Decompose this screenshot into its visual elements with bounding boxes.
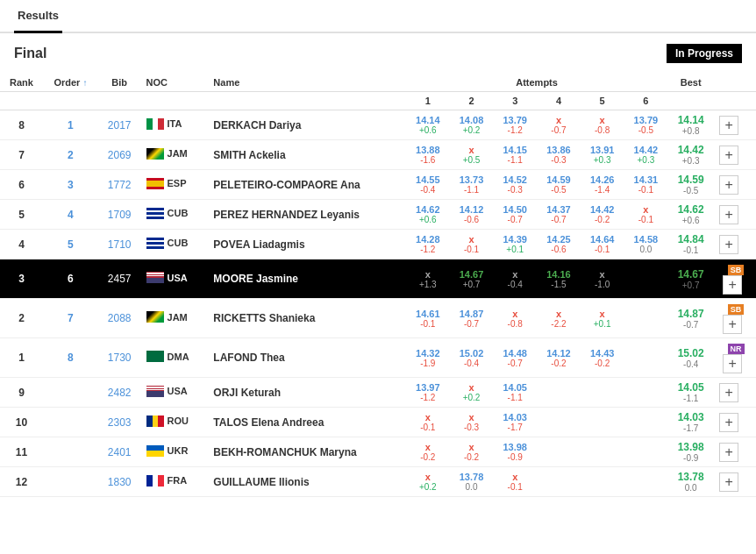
rank-cell: 10 xyxy=(0,408,43,437)
bib-cell: 2401 xyxy=(98,437,141,467)
athlete-name-cell: GUILLAUME Ilionis xyxy=(208,467,406,497)
noc-label: ESP xyxy=(168,178,187,188)
rank-cell: 1 xyxy=(0,338,43,378)
best-cell: 13.98-0.9 xyxy=(667,437,714,467)
order-cell: 8 xyxy=(43,338,98,378)
tab-results[interactable]: Results xyxy=(14,0,62,33)
athlete-name-cell: DERKACH Dariya xyxy=(208,110,406,140)
action-cell: + xyxy=(714,378,756,408)
add-button[interactable]: + xyxy=(723,275,742,295)
best-cell: 14.84-0.1 xyxy=(667,230,714,259)
attempt-3-header: 3 xyxy=(493,92,537,110)
rank-cell: 2 xyxy=(0,299,43,338)
noc-cell: USA xyxy=(141,259,209,299)
best-cell: 14.14+0.8 xyxy=(667,110,714,140)
tabs-container: Results xyxy=(0,0,756,33)
noc-label: JAM xyxy=(168,312,188,323)
add-button[interactable]: + xyxy=(719,175,738,195)
attempt-4-header: 4 xyxy=(537,92,581,110)
athlete-name-cell: LAFOND Thea xyxy=(208,338,406,378)
flag-jam xyxy=(146,311,164,323)
flag-usa xyxy=(146,386,164,397)
bib-cell: 1709 xyxy=(98,200,141,230)
attempt-5-header: 5 xyxy=(581,92,624,110)
add-button[interactable]: + xyxy=(719,472,738,492)
flag-usa xyxy=(146,272,164,283)
rank-cell: 6 xyxy=(0,170,43,200)
bib-cell: 2069 xyxy=(98,140,141,170)
table-row: 631772ESPPELETEIRO-COMPAORE Ana14.55-0.4… xyxy=(0,170,756,200)
add-button[interactable]: + xyxy=(719,235,738,254)
table-row: 102303ROUTALOS Elena Andreeax-0.1x-0.314… xyxy=(0,408,756,437)
noc-cell: FRA xyxy=(141,467,209,497)
table-row: 121830FRAGUILLAUME Ilionisx+0.213.780.0x… xyxy=(0,467,756,497)
rank-cell: 5 xyxy=(0,200,43,230)
attempt-1-header: 1 xyxy=(406,92,450,110)
sb-badge: SB xyxy=(728,304,745,315)
noc-cell: CUB xyxy=(141,200,209,230)
athlete-name-cell: RICKETTS Shanieka xyxy=(208,299,406,338)
rank-cell: 4 xyxy=(0,230,43,259)
attempts-header: Attempts xyxy=(406,74,667,92)
bib-header: Bib xyxy=(98,74,141,92)
flag-esp xyxy=(146,178,164,189)
column-headers: Rank Order ↑ Bib NOC Name Attempts Best xyxy=(0,74,756,92)
sb-badge: SB xyxy=(728,265,745,275)
action-cell: + xyxy=(714,467,756,497)
page-title: Final xyxy=(14,46,46,61)
table-row: 112401UKRBEKH-ROMANCHUK Marynax-0.2x-0.2… xyxy=(0,437,756,467)
add-button[interactable]: + xyxy=(719,205,738,224)
noc-cell: USA xyxy=(141,378,209,408)
order-cell: 6 xyxy=(43,259,98,299)
noc-cell: ITA xyxy=(141,110,209,140)
best-cell: 15.02-0.4 xyxy=(667,338,714,378)
best-cell: 14.03-1.7 xyxy=(667,408,714,437)
bib-cell: 1772 xyxy=(98,170,141,200)
order-cell xyxy=(43,408,98,437)
action-cell: + xyxy=(714,230,756,259)
add-button[interactable]: + xyxy=(719,383,738,402)
action-cell: SB+ xyxy=(714,259,756,299)
attempt-6-header: 6 xyxy=(624,92,668,110)
rank-cell: 11 xyxy=(0,437,43,467)
rank-header: Rank xyxy=(0,74,43,92)
athlete-name-cell: TALOS Elena Andreea xyxy=(208,408,406,437)
best-header: Best xyxy=(667,74,714,92)
athlete-name-cell: ORJI Keturah xyxy=(208,378,406,408)
noc-label: JAM xyxy=(168,148,188,159)
athlete-name-cell: PEREZ HERNANDEZ Leyanis xyxy=(208,200,406,230)
athlete-name-cell: MOORE Jasmine xyxy=(208,259,406,299)
best-cell: 13.780.0 xyxy=(667,467,714,497)
best-cell: 14.59-0.5 xyxy=(667,170,714,200)
add-button[interactable]: + xyxy=(719,146,738,165)
add-button[interactable]: + xyxy=(723,315,742,334)
add-button[interactable]: + xyxy=(723,354,742,373)
add-button[interactable]: + xyxy=(719,443,738,462)
action-header xyxy=(714,74,756,92)
action-cell: + xyxy=(714,408,756,437)
flag-fra xyxy=(146,475,164,487)
noc-label: FRA xyxy=(168,475,188,486)
add-button[interactable]: + xyxy=(719,116,738,135)
order-cell xyxy=(43,378,98,408)
best-cell: 14.62+0.6 xyxy=(667,200,714,230)
order-cell: 2 xyxy=(43,140,98,170)
action-cell: SB+ xyxy=(714,299,756,338)
table-row: 181730DMALAFOND Thea14.32-1.915.02-0.414… xyxy=(0,338,756,378)
bib-cell: 2088 xyxy=(98,299,141,338)
rank-cell: 8 xyxy=(0,110,43,140)
add-button[interactable]: + xyxy=(719,413,738,432)
rank-cell: 9 xyxy=(0,378,43,408)
order-cell: 4 xyxy=(43,200,98,230)
noc-label: CUB xyxy=(168,238,189,248)
noc-label: USA xyxy=(168,273,188,283)
best-cell: 14.67+0.7 xyxy=(667,259,714,299)
table-row: 541709CUBPEREZ HERNANDEZ Leyanis14.62+0.… xyxy=(0,200,756,230)
flag-cub xyxy=(146,208,164,219)
noc-cell: JAM xyxy=(141,299,209,338)
rank-cell: 3 xyxy=(0,259,43,299)
order-header: Order ↑ xyxy=(43,74,98,92)
status-badge: In Progress xyxy=(667,44,742,63)
order-cell: 5 xyxy=(43,230,98,259)
action-cell: + xyxy=(714,110,756,140)
